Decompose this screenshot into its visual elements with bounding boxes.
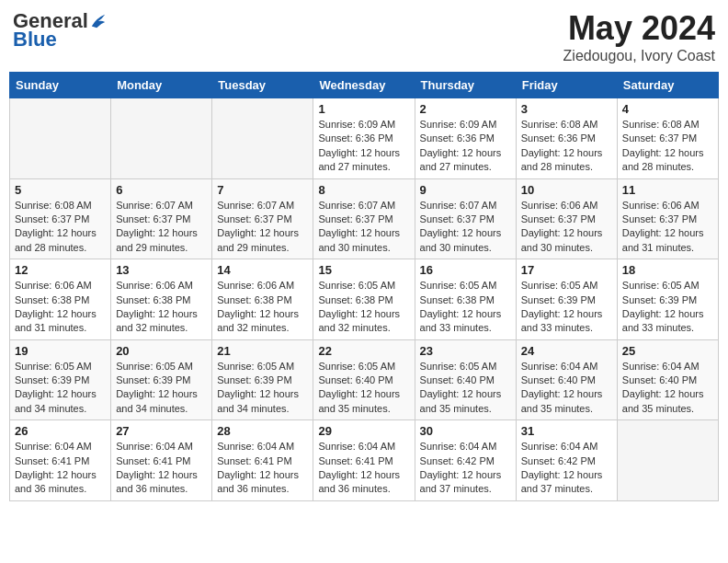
table-row: 20Sunrise: 6:05 AMSunset: 6:39 PMDayligh…: [111, 339, 212, 420]
logo-bird-icon: [90, 11, 107, 31]
day-info: Sunrise: 6:09 AMSunset: 6:36 PMDaylight:…: [318, 118, 409, 175]
table-row: 11Sunrise: 6:06 AMSunset: 6:37 PMDayligh…: [617, 178, 718, 259]
day-info: Sunrise: 6:04 AMSunset: 6:42 PMDaylight:…: [521, 440, 612, 497]
day-header-sunday: Sunday: [10, 73, 111, 98]
logo-blue-text: Blue: [13, 28, 57, 52]
table-row: [212, 98, 313, 179]
calendar-location: Ziedougou, Ivory Coast: [563, 48, 715, 64]
day-info: Sunrise: 6:05 AMSunset: 6:39 PMDaylight:…: [622, 279, 713, 336]
day-number: 8: [318, 183, 409, 197]
day-number: 23: [420, 344, 511, 358]
table-row: 5Sunrise: 6:08 AMSunset: 6:37 PMDaylight…: [10, 178, 111, 259]
table-row: [111, 98, 212, 179]
table-row: 2Sunrise: 6:09 AMSunset: 6:36 PMDaylight…: [415, 98, 516, 179]
calendar-week-1: 1Sunrise: 6:09 AMSunset: 6:36 PMDaylight…: [10, 98, 719, 179]
table-row: 7Sunrise: 6:07 AMSunset: 6:37 PMDaylight…: [212, 178, 313, 259]
day-info: Sunrise: 6:05 AMSunset: 6:40 PMDaylight:…: [420, 360, 511, 417]
day-number: 14: [217, 263, 308, 277]
table-row: 4Sunrise: 6:08 AMSunset: 6:37 PMDaylight…: [617, 98, 718, 179]
table-row: [617, 420, 718, 501]
table-row: 10Sunrise: 6:06 AMSunset: 6:37 PMDayligh…: [516, 178, 617, 259]
table-row: 16Sunrise: 6:05 AMSunset: 6:38 PMDayligh…: [415, 259, 516, 340]
title-block: May 2024 Ziedougou, Ivory Coast: [563, 9, 715, 64]
day-info: Sunrise: 6:05 AMSunset: 6:39 PMDaylight:…: [521, 279, 612, 336]
day-info: Sunrise: 6:07 AMSunset: 6:37 PMDaylight:…: [217, 199, 308, 256]
table-row: 24Sunrise: 6:04 AMSunset: 6:40 PMDayligh…: [516, 339, 617, 420]
day-info: Sunrise: 6:08 AMSunset: 6:37 PMDaylight:…: [622, 118, 713, 175]
day-info: Sunrise: 6:04 AMSunset: 6:42 PMDaylight:…: [420, 440, 511, 497]
day-number: 7: [217, 183, 308, 197]
table-row: 9Sunrise: 6:07 AMSunset: 6:37 PMDaylight…: [415, 178, 516, 259]
table-row: 15Sunrise: 6:05 AMSunset: 6:38 PMDayligh…: [313, 259, 415, 340]
day-number: 12: [15, 263, 106, 277]
day-info: Sunrise: 6:05 AMSunset: 6:40 PMDaylight:…: [318, 360, 409, 417]
table-row: 25Sunrise: 6:04 AMSunset: 6:40 PMDayligh…: [617, 339, 718, 420]
days-of-week-row: SundayMondayTuesdayWednesdayThursdayFrid…: [10, 73, 719, 98]
day-info: Sunrise: 6:06 AMSunset: 6:38 PMDaylight:…: [15, 279, 106, 336]
table-row: [10, 98, 111, 179]
day-info: Sunrise: 6:05 AMSunset: 6:39 PMDaylight:…: [116, 360, 207, 417]
calendar-header: SundayMondayTuesdayWednesdayThursdayFrid…: [10, 73, 719, 98]
calendar-table: SundayMondayTuesdayWednesdayThursdayFrid…: [9, 72, 719, 501]
day-header-wednesday: Wednesday: [313, 73, 415, 98]
day-number: 6: [116, 183, 207, 197]
table-row: 19Sunrise: 6:05 AMSunset: 6:39 PMDayligh…: [10, 339, 111, 420]
day-number: 28: [217, 424, 308, 438]
day-number: 17: [521, 263, 612, 277]
day-number: 29: [318, 424, 409, 438]
table-row: 13Sunrise: 6:06 AMSunset: 6:38 PMDayligh…: [111, 259, 212, 340]
day-number: 22: [318, 344, 409, 358]
day-info: Sunrise: 6:08 AMSunset: 6:37 PMDaylight:…: [15, 199, 106, 256]
day-info: Sunrise: 6:06 AMSunset: 6:38 PMDaylight:…: [217, 279, 308, 336]
day-number: 27: [116, 424, 207, 438]
calendar-title: May 2024: [563, 9, 715, 48]
table-row: 14Sunrise: 6:06 AMSunset: 6:38 PMDayligh…: [212, 259, 313, 340]
table-row: 8Sunrise: 6:07 AMSunset: 6:37 PMDaylight…: [313, 178, 415, 259]
day-info: Sunrise: 6:09 AMSunset: 6:36 PMDaylight:…: [420, 118, 511, 175]
calendar-week-2: 5Sunrise: 6:08 AMSunset: 6:37 PMDaylight…: [10, 178, 719, 259]
day-info: Sunrise: 6:04 AMSunset: 6:41 PMDaylight:…: [217, 440, 308, 497]
day-info: Sunrise: 6:06 AMSunset: 6:37 PMDaylight:…: [521, 199, 612, 256]
table-row: 26Sunrise: 6:04 AMSunset: 6:41 PMDayligh…: [10, 420, 111, 501]
day-header-monday: Monday: [111, 73, 212, 98]
table-row: 17Sunrise: 6:05 AMSunset: 6:39 PMDayligh…: [516, 259, 617, 340]
day-info: Sunrise: 6:05 AMSunset: 6:38 PMDaylight:…: [420, 279, 511, 336]
table-row: 27Sunrise: 6:04 AMSunset: 6:41 PMDayligh…: [111, 420, 212, 501]
table-row: 29Sunrise: 6:04 AMSunset: 6:41 PMDayligh…: [313, 420, 415, 501]
calendar-week-4: 19Sunrise: 6:05 AMSunset: 6:39 PMDayligh…: [10, 339, 719, 420]
day-number: 10: [521, 183, 612, 197]
day-number: 18: [622, 263, 713, 277]
day-number: 21: [217, 344, 308, 358]
logo: General Blue: [13, 9, 107, 52]
day-info: Sunrise: 6:04 AMSunset: 6:40 PMDaylight:…: [622, 360, 713, 417]
day-number: 31: [521, 424, 612, 438]
day-info: Sunrise: 6:04 AMSunset: 6:40 PMDaylight:…: [521, 360, 612, 417]
day-header-friday: Friday: [516, 73, 617, 98]
table-row: 30Sunrise: 6:04 AMSunset: 6:42 PMDayligh…: [415, 420, 516, 501]
day-header-saturday: Saturday: [617, 73, 718, 98]
day-info: Sunrise: 6:07 AMSunset: 6:37 PMDaylight:…: [116, 199, 207, 256]
table-row: 18Sunrise: 6:05 AMSunset: 6:39 PMDayligh…: [617, 259, 718, 340]
day-number: 2: [420, 102, 511, 116]
day-number: 1: [318, 102, 409, 116]
day-number: 4: [622, 102, 713, 116]
day-info: Sunrise: 6:04 AMSunset: 6:41 PMDaylight:…: [15, 440, 106, 497]
day-number: 30: [420, 424, 511, 438]
day-info: Sunrise: 6:05 AMSunset: 6:38 PMDaylight:…: [318, 279, 409, 336]
page-header: General Blue May 2024 Ziedougou, Ivory C…: [9, 9, 719, 64]
table-row: 21Sunrise: 6:05 AMSunset: 6:39 PMDayligh…: [212, 339, 313, 420]
table-row: 1Sunrise: 6:09 AMSunset: 6:36 PMDaylight…: [313, 98, 415, 179]
day-info: Sunrise: 6:07 AMSunset: 6:37 PMDaylight:…: [318, 199, 409, 256]
table-row: 22Sunrise: 6:05 AMSunset: 6:40 PMDayligh…: [313, 339, 415, 420]
day-info: Sunrise: 6:05 AMSunset: 6:39 PMDaylight:…: [15, 360, 106, 417]
day-header-thursday: Thursday: [415, 73, 516, 98]
calendar-body: 1Sunrise: 6:09 AMSunset: 6:36 PMDaylight…: [10, 98, 719, 501]
day-number: 19: [15, 344, 106, 358]
day-info: Sunrise: 6:07 AMSunset: 6:37 PMDaylight:…: [420, 199, 511, 256]
day-number: 11: [622, 183, 713, 197]
day-info: Sunrise: 6:05 AMSunset: 6:39 PMDaylight:…: [217, 360, 308, 417]
table-row: 31Sunrise: 6:04 AMSunset: 6:42 PMDayligh…: [516, 420, 617, 501]
day-number: 3: [521, 102, 612, 116]
table-row: 6Sunrise: 6:07 AMSunset: 6:37 PMDaylight…: [111, 178, 212, 259]
day-number: 24: [521, 344, 612, 358]
